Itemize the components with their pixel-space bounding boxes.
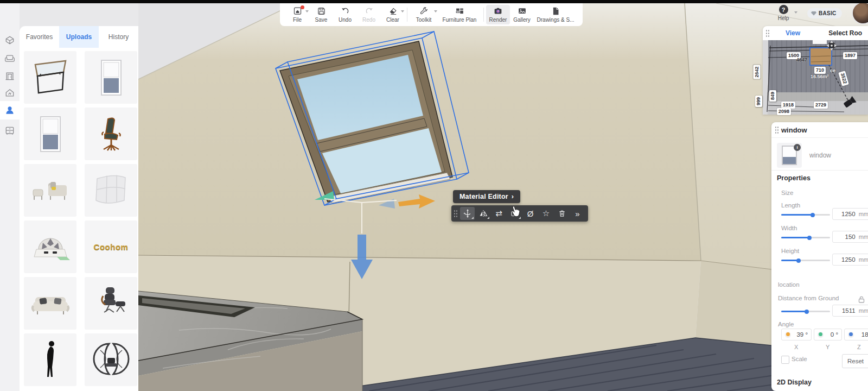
- plan-badge[interactable]: BASIC: [807, 8, 842, 18]
- tab-view[interactable]: View: [786, 29, 800, 37]
- toolbar-divider: [483, 8, 484, 22]
- sidebar-item-my-uploads[interactable]: [0, 101, 20, 119]
- angle-y-dot-icon: [818, 332, 824, 338]
- clear-button[interactable]: Clear: [381, 5, 405, 24]
- mirror-button[interactable]: [476, 207, 490, 220]
- wrench-icon: [419, 7, 429, 16]
- undo-button[interactable]: Undo: [333, 5, 357, 24]
- more-icon: »: [575, 209, 579, 218]
- properties-panel: window i window Properties Size Length 1…: [771, 122, 868, 391]
- render-button[interactable]: Render: [486, 5, 510, 24]
- favorite-button[interactable]: ☆: [539, 207, 553, 220]
- drawings-button[interactable]: Drawings & S...: [534, 5, 577, 24]
- info-icon[interactable]: i: [794, 144, 801, 151]
- toolkit-button[interactable]: Toolkit: [410, 5, 438, 24]
- drag-handle-icon[interactable]: [775, 126, 778, 134]
- swap-button[interactable]: ⇄: [492, 207, 506, 220]
- house-icon: [4, 87, 15, 98]
- more-tools-button[interactable]: »: [570, 207, 585, 220]
- panel-title: window: [781, 126, 807, 134]
- document-icon: [551, 7, 560, 16]
- angle-z-dot-icon: [848, 332, 854, 338]
- drag-handle-icon[interactable]: [454, 210, 457, 217]
- move-rotate-button[interactable]: [460, 207, 475, 220]
- item-name: window: [809, 152, 831, 159]
- chevron-right-icon: ›: [512, 193, 514, 200]
- scale-checkbox[interactable]: [781, 356, 789, 364]
- tab-select-room[interactable]: Select Roo: [828, 29, 862, 37]
- width-input[interactable]: 150 mm: [832, 231, 868, 243]
- height-input[interactable]: 1250 mm: [832, 254, 868, 266]
- angle-z-input[interactable]: 180: [844, 329, 868, 340]
- sidebar-item-construction[interactable]: [0, 31, 20, 49]
- width-label: Width: [781, 225, 797, 231]
- distance-slider[interactable]: [781, 311, 830, 312]
- library-item-roller-window[interactable]: [85, 51, 137, 104]
- dim-label: 710: [814, 67, 826, 74]
- library-item-loveseat-sofa[interactable]: [24, 277, 76, 330]
- lock-icon[interactable]: [858, 296, 865, 303]
- sidebar-item-templates[interactable]: [0, 84, 20, 102]
- delete-button[interactable]: [554, 207, 569, 220]
- item-thumbnail[interactable]: i: [777, 143, 802, 168]
- floorplan-minimap[interactable]: 1500 1897 4647 710 ce 16.56m² 2642 3522 …: [763, 40, 868, 115]
- caret-down-icon: [305, 10, 309, 12]
- library-item-eames-lounge-chair[interactable]: [85, 277, 137, 330]
- mouse-cursor: [510, 206, 521, 220]
- distance-input[interactable]: 1511 mm: [832, 305, 868, 317]
- dim-label: 849: [769, 90, 776, 102]
- person-icon: [4, 105, 15, 116]
- redo-icon: [365, 7, 374, 16]
- library-item-sofa-with-ottoman[interactable]: [24, 164, 76, 217]
- redo-button[interactable]: Redo: [357, 5, 381, 24]
- library-item-roller-window-2[interactable]: [24, 108, 76, 160]
- slider-knob[interactable]: [796, 258, 801, 263]
- axis-x-label: X: [794, 344, 798, 350]
- sidebar-item-doors-windows[interactable]: [0, 67, 20, 85]
- library-item-dome-tent[interactable]: [24, 220, 76, 273]
- dim-label: 999: [755, 96, 762, 107]
- furniture-plan-button[interactable]: Furniture Plan: [438, 5, 481, 24]
- notification-dot: [301, 5, 304, 9]
- library-tabs: Favorites Uploads History: [20, 26, 138, 48]
- file-button[interactable]: File: [285, 5, 309, 24]
- selected-item-row: i window: [777, 143, 831, 168]
- angle-y-input[interactable]: 0 °: [814, 329, 842, 340]
- library-item-coohom-logo-text[interactable]: Coohom: [85, 220, 137, 273]
- sidebar-item-furnishings[interactable]: [0, 49, 20, 68]
- tab-favorites[interactable]: Favorites: [20, 26, 59, 48]
- main-toolbar: File Save Undo Redo Clear: [280, 3, 583, 26]
- tab-uploads[interactable]: Uploads: [59, 26, 99, 48]
- help-button[interactable]: ? Help: [773, 5, 794, 21]
- drag-handle-icon[interactable]: [765, 29, 769, 37]
- tab-history[interactable]: History: [99, 26, 138, 48]
- slider-knob[interactable]: [810, 213, 815, 217]
- height-slider[interactable]: [781, 260, 830, 261]
- library-item-human-silhouette[interactable]: [24, 333, 76, 386]
- length-slider[interactable]: [781, 214, 830, 216]
- save-button[interactable]: Save: [309, 5, 333, 24]
- width-slider[interactable]: [781, 237, 830, 238]
- library-item-skylight-window[interactable]: [24, 51, 76, 104]
- library-item-wooden-office-chair[interactable]: [85, 108, 137, 160]
- slider-knob[interactable]: [805, 310, 809, 314]
- slider-knob[interactable]: [807, 236, 812, 240]
- dim-label: 2729: [814, 102, 828, 109]
- hide-button[interactable]: Ø: [523, 207, 538, 220]
- save-icon: [317, 7, 326, 16]
- material-editor-tooltip[interactable]: Material Editor›: [453, 190, 520, 203]
- height-label: Height: [781, 248, 799, 254]
- camera-icon: [493, 7, 503, 16]
- angle-x-input[interactable]: 39 °: [781, 329, 812, 340]
- gallery-button[interactable]: Gallery: [510, 5, 534, 24]
- coohom-gold-text: Coohom: [94, 242, 129, 251]
- library-item-egg-chair[interactable]: [85, 333, 137, 386]
- sidebar-item-custom-cabinet[interactable]: [0, 122, 20, 140]
- library-item-curved-partition[interactable]: [85, 164, 137, 217]
- door-icon: [4, 71, 15, 81]
- length-input[interactable]: 1250 mm: [832, 208, 868, 220]
- distance-label: Distance from Ground: [778, 295, 839, 301]
- scale-label: Scale: [792, 356, 807, 362]
- reset-button[interactable]: Reset: [842, 354, 868, 368]
- length-label: Length: [781, 202, 800, 209]
